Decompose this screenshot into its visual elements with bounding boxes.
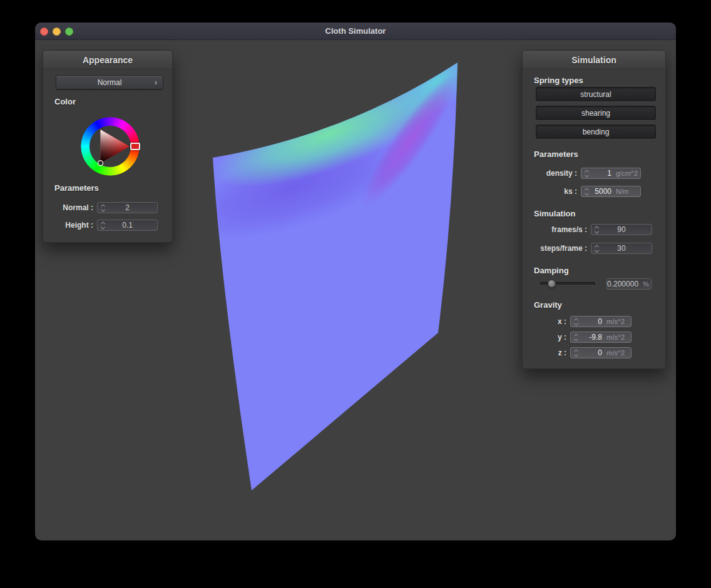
height-spinbox[interactable]: 0.1 bbox=[97, 220, 158, 231]
app-window: Cloth Simulator bbox=[35, 23, 676, 540]
structural-spring-button[interactable]: structural bbox=[536, 87, 656, 101]
bending-spring-button[interactable]: bending bbox=[536, 124, 656, 139]
gravity-y-unit: m/s^2 bbox=[602, 333, 631, 341]
damping-label: Damping bbox=[534, 266, 569, 275]
ks-value: 5000 bbox=[591, 187, 611, 196]
chevron-right-icon: › bbox=[155, 76, 157, 89]
spinner-down-icon[interactable] bbox=[101, 225, 105, 229]
gravity-x-label: x : bbox=[523, 316, 566, 327]
damping-unit: % bbox=[638, 280, 648, 288]
gravity-z-label: z : bbox=[523, 347, 566, 358]
ks-spinbox[interactable]: 5000 N/m bbox=[581, 186, 641, 197]
bending-spring-label: bending bbox=[583, 128, 610, 136]
simulation-parameters-label: Parameters bbox=[534, 150, 578, 159]
spinner-down-icon[interactable] bbox=[595, 229, 599, 233]
density-row-label: density : bbox=[523, 168, 577, 179]
shader-select-button[interactable]: Normal › bbox=[56, 75, 163, 89]
gravity-z-spinbox[interactable]: 0 m/s^2 bbox=[570, 347, 632, 358]
frames-spinbox[interactable]: 90 bbox=[591, 224, 652, 235]
normal-row-label: Normal : bbox=[43, 202, 93, 213]
appearance-parameters-label: Parameters bbox=[54, 183, 99, 193]
spinner-down-icon[interactable] bbox=[574, 337, 578, 341]
spinner-down-icon[interactable] bbox=[595, 248, 599, 252]
height-row-label: Height : bbox=[43, 220, 93, 231]
damping-value-box[interactable]: 0.200000 % bbox=[606, 278, 652, 290]
ks-unit: N/m bbox=[611, 188, 640, 195]
gravity-y-spinbox[interactable]: -9.8 m/s^2 bbox=[570, 332, 632, 343]
spring-types-label: Spring types bbox=[534, 76, 583, 85]
frames-row-label: frames/s : bbox=[523, 224, 587, 235]
spinner-down-icon[interactable] bbox=[585, 191, 589, 195]
spinner-down-icon[interactable] bbox=[574, 352, 578, 357]
hue-marker[interactable] bbox=[130, 143, 140, 150]
titlebar[interactable]: Cloth Simulator bbox=[35, 23, 676, 40]
structural-spring-label: structural bbox=[580, 90, 611, 99]
color-wheel[interactable] bbox=[81, 117, 140, 176]
ks-row-label: ks : bbox=[523, 186, 577, 197]
shearing-spring-label: shearing bbox=[581, 109, 610, 118]
gravity-label: Gravity bbox=[534, 300, 562, 310]
gravity-y-label: y : bbox=[523, 332, 566, 343]
frames-value: 90 bbox=[601, 225, 652, 234]
normal-spinbox[interactable]: 2 bbox=[97, 202, 158, 213]
spinner-icons[interactable] bbox=[591, 225, 601, 235]
appearance-panel-header[interactable]: Appearance bbox=[43, 51, 172, 69]
window-title: Cloth Simulator bbox=[35, 23, 676, 40]
steps-spinbox[interactable]: 30 bbox=[591, 243, 652, 254]
appearance-panel: Appearance Normal › Color bbox=[43, 50, 173, 243]
spinner-icons[interactable] bbox=[571, 348, 580, 358]
gravity-x-spinbox[interactable]: 0 m/s^2 bbox=[570, 316, 632, 327]
spinner-icons[interactable] bbox=[581, 186, 591, 196]
gravity-z-unit: m/s^2 bbox=[602, 349, 631, 357]
spinner-icons[interactable] bbox=[571, 332, 580, 342]
sv-marker[interactable] bbox=[98, 161, 103, 166]
normal-value: 2 bbox=[107, 203, 157, 212]
gravity-y-value: -9.8 bbox=[580, 333, 602, 342]
damping-value: 0.200000 bbox=[607, 280, 638, 288]
gravity-x-value: 0 bbox=[580, 317, 602, 326]
density-unit: g/cm^2 bbox=[611, 170, 640, 177]
gravity-x-unit: m/s^2 bbox=[602, 318, 631, 325]
steps-row-label: steps/frame : bbox=[523, 243, 587, 254]
spinner-icons[interactable] bbox=[581, 168, 591, 178]
spinner-down-icon[interactable] bbox=[574, 321, 578, 325]
spinner-icons[interactable] bbox=[591, 243, 601, 253]
spinner-down-icon[interactable] bbox=[585, 173, 589, 177]
spinner-icons[interactable] bbox=[98, 220, 107, 230]
spinner-down-icon[interactable] bbox=[101, 207, 105, 211]
spinner-icons[interactable] bbox=[571, 317, 580, 327]
shearing-spring-button[interactable]: shearing bbox=[536, 106, 656, 120]
shader-select-label: Normal bbox=[98, 78, 122, 87]
gravity-z-value: 0 bbox=[580, 348, 602, 357]
cloth-mesh bbox=[160, 48, 536, 523]
density-spinbox[interactable]: 1 g/cm^2 bbox=[581, 168, 641, 179]
desktop: Cloth Simulator bbox=[0, 0, 711, 588]
simulation-panel-header[interactable]: Simulation bbox=[523, 51, 665, 69]
height-value: 0.1 bbox=[107, 221, 157, 230]
color-section-label: Color bbox=[54, 97, 76, 106]
steps-value: 30 bbox=[601, 244, 652, 253]
damping-slider-handle[interactable] bbox=[548, 280, 556, 288]
spinner-icons[interactable] bbox=[98, 203, 107, 213]
simulation-section-label: Simulation bbox=[534, 209, 575, 218]
simulation-panel: Simulation Spring types structural shear… bbox=[522, 50, 666, 369]
density-value: 1 bbox=[591, 169, 611, 178]
